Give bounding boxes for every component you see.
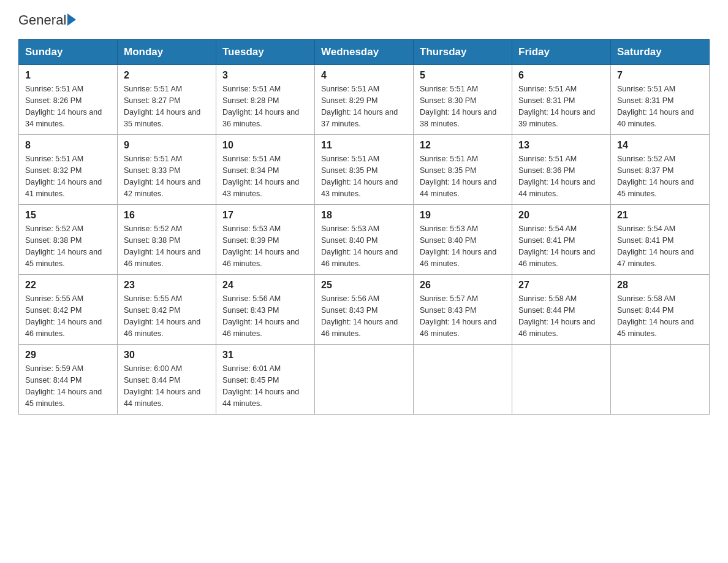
day-number: 3	[222, 70, 308, 81]
col-header-sunday: Sunday	[19, 40, 118, 65]
day-info: Sunrise: 5:56 AMSunset: 8:43 PMDaylight:…	[321, 293, 407, 339]
day-number: 13	[518, 140, 604, 151]
day-info: Sunrise: 5:58 AMSunset: 8:44 PMDaylight:…	[617, 293, 703, 339]
day-number: 9	[124, 140, 210, 151]
day-number: 15	[25, 210, 111, 221]
day-number: 28	[617, 280, 703, 291]
calendar-cell: 28Sunrise: 5:58 AMSunset: 8:44 PMDayligh…	[611, 275, 710, 345]
day-info: Sunrise: 5:51 AMSunset: 8:30 PMDaylight:…	[420, 83, 506, 129]
day-info: Sunrise: 5:52 AMSunset: 8:38 PMDaylight:…	[25, 223, 111, 269]
calendar-cell: 17Sunrise: 5:53 AMSunset: 8:39 PMDayligh…	[216, 205, 315, 275]
day-number: 17	[222, 210, 308, 221]
day-info: Sunrise: 5:51 AMSunset: 8:35 PMDaylight:…	[420, 153, 506, 199]
calendar-cell: 20Sunrise: 5:54 AMSunset: 8:41 PMDayligh…	[512, 205, 611, 275]
day-number: 1	[25, 70, 111, 81]
logo: General	[18, 12, 76, 28]
calendar-cell: 24Sunrise: 5:56 AMSunset: 8:43 PMDayligh…	[216, 275, 315, 345]
calendar-cell	[512, 345, 611, 415]
day-info: Sunrise: 6:00 AMSunset: 8:44 PMDaylight:…	[124, 363, 210, 409]
calendar-cell: 8Sunrise: 5:51 AMSunset: 8:32 PMDaylight…	[19, 135, 118, 205]
day-info: Sunrise: 5:51 AMSunset: 8:29 PMDaylight:…	[321, 83, 407, 129]
calendar-cell: 11Sunrise: 5:51 AMSunset: 8:35 PMDayligh…	[315, 135, 414, 205]
calendar-cell: 7Sunrise: 5:51 AMSunset: 8:31 PMDaylight…	[611, 65, 710, 135]
calendar-cell	[315, 345, 414, 415]
day-info: Sunrise: 5:53 AMSunset: 8:40 PMDaylight:…	[420, 223, 506, 269]
day-info: Sunrise: 5:54 AMSunset: 8:41 PMDaylight:…	[518, 223, 604, 269]
calendar-cell: 30Sunrise: 6:00 AMSunset: 8:44 PMDayligh…	[118, 345, 216, 415]
calendar-cell: 31Sunrise: 6:01 AMSunset: 8:45 PMDayligh…	[216, 345, 315, 415]
day-number: 19	[420, 210, 506, 221]
calendar-cell: 27Sunrise: 5:58 AMSunset: 8:44 PMDayligh…	[512, 275, 611, 345]
calendar-cell: 12Sunrise: 5:51 AMSunset: 8:35 PMDayligh…	[414, 135, 512, 205]
day-number: 10	[222, 140, 308, 151]
calendar-cell: 14Sunrise: 5:52 AMSunset: 8:37 PMDayligh…	[611, 135, 710, 205]
logo-text-general: General	[18, 12, 66, 28]
calendar-cell: 21Sunrise: 5:54 AMSunset: 8:41 PMDayligh…	[611, 205, 710, 275]
day-number: 31	[222, 350, 308, 361]
week-row-5: 29Sunrise: 5:59 AMSunset: 8:44 PMDayligh…	[19, 345, 710, 415]
calendar-cell: 22Sunrise: 5:55 AMSunset: 8:42 PMDayligh…	[19, 275, 118, 345]
day-number: 26	[420, 280, 506, 291]
calendar-header-row: SundayMondayTuesdayWednesdayThursdayFrid…	[19, 40, 710, 65]
day-number: 21	[617, 210, 703, 221]
day-number: 27	[518, 280, 604, 291]
calendar-cell: 29Sunrise: 5:59 AMSunset: 8:44 PMDayligh…	[19, 345, 118, 415]
calendar-cell: 16Sunrise: 5:52 AMSunset: 8:38 PMDayligh…	[118, 205, 216, 275]
day-number: 11	[321, 140, 407, 151]
col-header-friday: Friday	[512, 40, 611, 65]
week-row-1: 1Sunrise: 5:51 AMSunset: 8:26 PMDaylight…	[19, 65, 710, 135]
day-info: Sunrise: 5:51 AMSunset: 8:36 PMDaylight:…	[518, 153, 604, 199]
calendar-cell: 6Sunrise: 5:51 AMSunset: 8:31 PMDaylight…	[512, 65, 611, 135]
day-number: 2	[124, 70, 210, 81]
calendar-cell: 25Sunrise: 5:56 AMSunset: 8:43 PMDayligh…	[315, 275, 414, 345]
day-number: 14	[617, 140, 703, 151]
calendar-cell: 15Sunrise: 5:52 AMSunset: 8:38 PMDayligh…	[19, 205, 118, 275]
calendar-cell: 23Sunrise: 5:55 AMSunset: 8:42 PMDayligh…	[118, 275, 216, 345]
calendar-cell: 10Sunrise: 5:51 AMSunset: 8:34 PMDayligh…	[216, 135, 315, 205]
day-info: Sunrise: 5:51 AMSunset: 8:32 PMDaylight:…	[25, 153, 111, 199]
day-info: Sunrise: 5:53 AMSunset: 8:40 PMDaylight:…	[321, 223, 407, 269]
day-number: 18	[321, 210, 407, 221]
week-row-3: 15Sunrise: 5:52 AMSunset: 8:38 PMDayligh…	[19, 205, 710, 275]
day-info: Sunrise: 5:57 AMSunset: 8:43 PMDaylight:…	[420, 293, 506, 339]
logo-arrow-icon	[67, 13, 76, 26]
day-info: Sunrise: 5:51 AMSunset: 8:27 PMDaylight:…	[124, 83, 210, 129]
day-info: Sunrise: 5:55 AMSunset: 8:42 PMDaylight:…	[124, 293, 210, 339]
calendar-cell: 5Sunrise: 5:51 AMSunset: 8:30 PMDaylight…	[414, 65, 512, 135]
day-number: 24	[222, 280, 308, 291]
day-info: Sunrise: 5:51 AMSunset: 8:33 PMDaylight:…	[124, 153, 210, 199]
week-row-4: 22Sunrise: 5:55 AMSunset: 8:42 PMDayligh…	[19, 275, 710, 345]
day-info: Sunrise: 5:51 AMSunset: 8:26 PMDaylight:…	[25, 83, 111, 129]
calendar-cell: 19Sunrise: 5:53 AMSunset: 8:40 PMDayligh…	[414, 205, 512, 275]
col-header-wednesday: Wednesday	[315, 40, 414, 65]
page-header: General	[18, 12, 710, 28]
day-info: Sunrise: 5:59 AMSunset: 8:44 PMDaylight:…	[25, 363, 111, 409]
day-number: 20	[518, 210, 604, 221]
day-number: 30	[124, 350, 210, 361]
day-info: Sunrise: 5:55 AMSunset: 8:42 PMDaylight:…	[25, 293, 111, 339]
col-header-saturday: Saturday	[611, 40, 710, 65]
day-info: Sunrise: 6:01 AMSunset: 8:45 PMDaylight:…	[222, 363, 308, 409]
day-number: 4	[321, 70, 407, 81]
day-number: 16	[124, 210, 210, 221]
day-info: Sunrise: 5:56 AMSunset: 8:43 PMDaylight:…	[222, 293, 308, 339]
day-info: Sunrise: 5:51 AMSunset: 8:31 PMDaylight:…	[518, 83, 604, 129]
calendar-cell: 1Sunrise: 5:51 AMSunset: 8:26 PMDaylight…	[19, 65, 118, 135]
day-number: 25	[321, 280, 407, 291]
day-info: Sunrise: 5:52 AMSunset: 8:37 PMDaylight:…	[617, 153, 703, 199]
calendar-cell: 18Sunrise: 5:53 AMSunset: 8:40 PMDayligh…	[315, 205, 414, 275]
week-row-2: 8Sunrise: 5:51 AMSunset: 8:32 PMDaylight…	[19, 135, 710, 205]
calendar-cell: 13Sunrise: 5:51 AMSunset: 8:36 PMDayligh…	[512, 135, 611, 205]
col-header-thursday: Thursday	[414, 40, 512, 65]
day-number: 23	[124, 280, 210, 291]
day-number: 7	[617, 70, 703, 81]
calendar-cell	[414, 345, 512, 415]
col-header-tuesday: Tuesday	[216, 40, 315, 65]
calendar-cell: 26Sunrise: 5:57 AMSunset: 8:43 PMDayligh…	[414, 275, 512, 345]
calendar-cell	[611, 345, 710, 415]
calendar-cell: 4Sunrise: 5:51 AMSunset: 8:29 PMDaylight…	[315, 65, 414, 135]
day-info: Sunrise: 5:53 AMSunset: 8:39 PMDaylight:…	[222, 223, 308, 269]
day-number: 12	[420, 140, 506, 151]
day-number: 22	[25, 280, 111, 291]
day-info: Sunrise: 5:51 AMSunset: 8:34 PMDaylight:…	[222, 153, 308, 199]
